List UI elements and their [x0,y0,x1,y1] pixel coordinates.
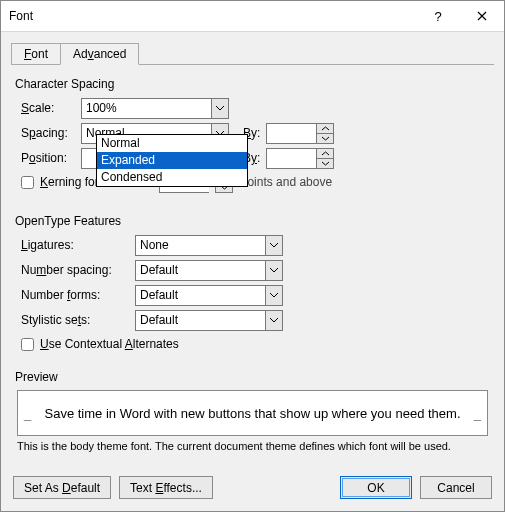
chevron-down-icon [216,104,224,112]
dropdown-option-condensed[interactable]: Condensed [97,169,247,186]
spin-up-button[interactable] [317,124,333,133]
chevron-down-icon [270,291,278,299]
spacing-by-spinner[interactable] [266,123,334,144]
help-button[interactable]: ? [416,1,460,31]
chevron-down-icon [270,266,278,274]
stylistic-sets-input[interactable] [135,310,265,331]
scale-dropdown-button[interactable] [211,98,229,119]
opentype-group: OpenType Features [15,214,490,228]
spin-down-button[interactable] [317,158,333,168]
number-spacing-dropdown-button[interactable] [265,260,283,281]
spin-up-button[interactable] [317,149,333,158]
chevron-up-icon [322,126,329,131]
preview-note: This is the body theme font. The current… [17,440,488,452]
preview-box: _ Save time in Word with new buttons tha… [17,390,488,436]
font-dialog: Font ? Font Advanced Character Spacing S… [0,0,505,512]
spacing-label: Spacing: [15,126,81,140]
tab-font-label: ont [31,47,48,61]
preview-right-marker: _ [474,406,481,421]
ligatures-label: Ligatures: [15,238,135,252]
stylistic-sets-combo[interactable] [135,310,283,331]
number-spacing-input[interactable] [135,260,265,281]
contextual-alternates-label: Use Contextual Alternates [40,337,179,351]
tab-strip: Font Advanced [11,42,494,64]
ok-button[interactable]: OK [340,476,412,499]
scale-input[interactable] [81,98,211,119]
close-icon [477,11,487,21]
number-forms-label: Number forms: [15,288,135,302]
chevron-down-icon [322,136,329,141]
tab-advanced[interactable]: Advanced [60,43,139,65]
number-spacing-combo[interactable] [135,260,283,281]
preview-label: Preview [15,370,490,384]
ligatures-input[interactable] [135,235,265,256]
set-as-default-button[interactable]: Set As Default [13,476,111,499]
number-spacing-label: Number spacing: [15,263,135,277]
text-effects-button[interactable]: Text Effects... [119,476,213,499]
character-spacing-group: Character Spacing [15,77,490,91]
spacing-by-input[interactable] [266,123,316,144]
ligatures-combo[interactable] [135,235,283,256]
number-forms-combo[interactable] [135,285,283,306]
ligatures-dropdown-button[interactable] [265,235,283,256]
kerning-suffix: Points and above [239,175,332,189]
position-by-input[interactable] [266,148,316,169]
chevron-down-icon [270,241,278,249]
spin-down-button[interactable] [317,133,333,143]
spacing-dropdown-list[interactable]: Normal Expanded Condensed [96,134,248,187]
chevron-up-icon [322,151,329,156]
preview-left-marker: _ [24,406,31,421]
window-title: Font [1,9,416,23]
titlebar: Font ? [1,1,504,32]
dropdown-option-normal[interactable]: Normal [97,135,247,152]
position-by-spinner[interactable] [266,148,334,169]
dropdown-option-expanded[interactable]: Expanded [97,152,247,169]
cancel-button[interactable]: Cancel [420,476,492,499]
chevron-down-icon [322,161,329,166]
stylistic-sets-dropdown-button[interactable] [265,310,283,331]
chevron-down-icon [270,316,278,324]
button-bar: Set As Default Text Effects... OK Cancel [1,466,504,511]
preview-text: Save time in Word with new buttons that … [45,406,461,421]
tab-font[interactable]: Font [11,43,61,65]
number-forms-dropdown-button[interactable] [265,285,283,306]
stylistic-sets-label: Stylistic sets: [15,313,135,327]
kerning-checkbox[interactable] [21,176,34,189]
close-button[interactable] [460,1,504,31]
dialog-body: Character Spacing Scale: Spacing: By: Po… [1,65,504,466]
scale-combo[interactable] [81,98,229,119]
number-forms-input[interactable] [135,285,265,306]
scale-label: Scale: [15,101,81,115]
position-label: Position: [15,151,81,165]
contextual-alternates-checkbox[interactable] [21,338,34,351]
